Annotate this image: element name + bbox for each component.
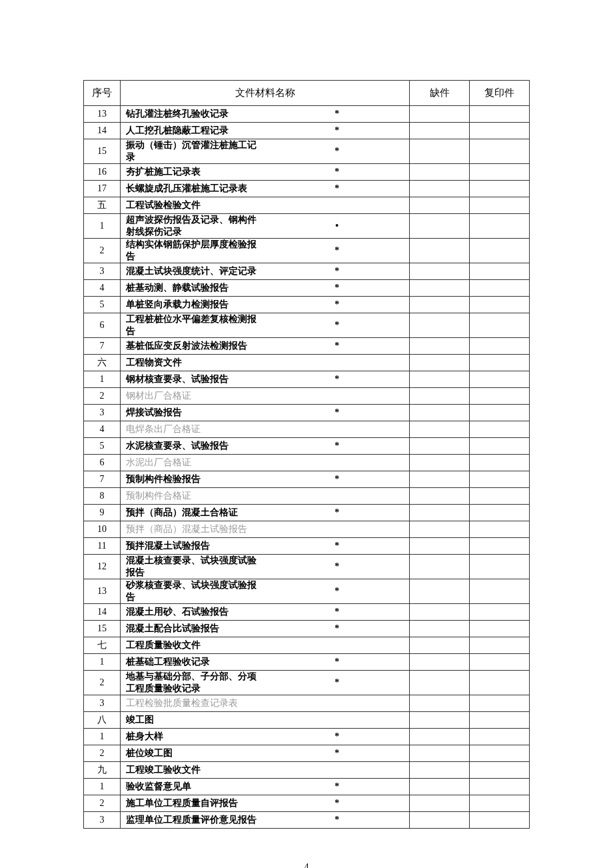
cell-name: 工程试验检验文件 (121, 197, 265, 214)
cell-copy (470, 181, 530, 197)
cell-mark (265, 455, 410, 471)
table-row: 17长螺旋成孔压灌桩施工记录表* (84, 181, 530, 197)
cell-seq: 1 (84, 729, 121, 745)
cell-copy (470, 505, 530, 521)
table-row: 8预制构件合格证 (84, 488, 530, 505)
cell-missing (410, 604, 470, 621)
cell-name: 桩基础工程验收记录 (121, 654, 265, 671)
cell-copy (470, 263, 530, 280)
table-row: 2施工单位工程质量自评报告* (84, 795, 530, 812)
cell-name: 长螺旋成孔压灌桩施工记录表 (121, 181, 265, 197)
cell-missing (410, 471, 470, 488)
cell-mark: * (265, 297, 410, 313)
cell-seq: 6 (84, 313, 121, 338)
cell-mark: * (265, 745, 410, 762)
cell-mark: * (265, 280, 410, 297)
cell-seq: 6 (84, 455, 121, 471)
cell-seq: 1 (84, 214, 121, 239)
cell-mark: * (265, 405, 410, 421)
cell-missing (410, 795, 470, 812)
table-row: 13砂浆核查要录、试块强度试验报告* (84, 579, 530, 604)
table-body: 13钻孔灌注桩终孔验收记录*14人工挖孔桩隐蔽工程记录*15振动（锤击）沉管灌注… (84, 106, 530, 829)
table-row: 4桩基动测、静载试验报告* (84, 280, 530, 297)
cell-missing (410, 280, 470, 297)
cell-missing (410, 421, 470, 438)
cell-seq: 七 (84, 637, 121, 654)
cell-seq: 2 (84, 795, 121, 812)
cell-seq: 14 (84, 604, 121, 621)
table-row: 1桩基础工程验收记录* (84, 654, 530, 671)
cell-mark (265, 762, 410, 779)
cell-missing (410, 197, 470, 214)
cell-name: 工程竣工验收文件 (121, 762, 265, 779)
cell-seq: 2 (84, 745, 121, 762)
cell-mark: * (265, 604, 410, 621)
cell-seq: 11 (84, 538, 121, 555)
header-seq: 序号 (84, 81, 121, 106)
cell-mark: * (265, 106, 410, 123)
cell-seq: 15 (84, 139, 121, 164)
table-row: 5水泥核查要录、试验报告* (84, 438, 530, 455)
cell-mark: * (265, 671, 410, 695)
document-page: 序号 文件材料名称 缺件 复印件 13钻孔灌注桩终孔验收记录*14人工挖孔桩隐蔽… (0, 0, 613, 868)
cell-missing (410, 695, 470, 712)
cell-copy (470, 745, 530, 762)
cell-missing (410, 438, 470, 455)
cell-seq: 14 (84, 123, 121, 139)
cell-missing (410, 521, 470, 538)
cell-copy (470, 471, 530, 488)
cell-mark (265, 355, 410, 371)
cell-name: 预拌（商品）混凝土试验报告 (121, 521, 265, 538)
cell-mark: * (265, 438, 410, 455)
cell-missing (410, 239, 470, 263)
cell-name: 工程检验批质量检查记录表 (121, 695, 265, 712)
cell-seq: 8 (84, 488, 121, 505)
table-row: 六工程物资文件 (84, 355, 530, 371)
cell-name: 预拌（商品）混凝土合格证 (121, 505, 265, 521)
cell-seq: 九 (84, 762, 121, 779)
table-row: 14混凝土用砂、石试验报告* (84, 604, 530, 621)
cell-missing (410, 313, 470, 338)
cell-mark: * (265, 139, 410, 164)
cell-seq: 1 (84, 371, 121, 388)
cell-mark: * (265, 729, 410, 745)
cell-missing (410, 181, 470, 197)
cell-copy (470, 438, 530, 455)
cell-seq: 3 (84, 263, 121, 280)
cell-copy (470, 779, 530, 795)
cell-seq: 5 (84, 297, 121, 313)
cell-missing (410, 555, 470, 579)
table-row: 11预拌混凝土试验报告* (84, 538, 530, 555)
table-row: 2桩位竣工图* (84, 745, 530, 762)
table-row: 3工程检验批质量检查记录表 (84, 695, 530, 712)
cell-copy (470, 695, 530, 712)
cell-missing (410, 263, 470, 280)
cell-missing (410, 355, 470, 371)
cell-copy (470, 712, 530, 729)
cell-mark (265, 197, 410, 214)
cell-name: 工程质量验收文件 (121, 637, 265, 654)
cell-seq: 9 (84, 505, 121, 521)
table-row: 3混凝土试块强度统计、评定记录* (84, 263, 530, 280)
cell-missing (410, 729, 470, 745)
cell-copy (470, 604, 530, 621)
table-row: 14人工挖孔桩隐蔽工程记录* (84, 123, 530, 139)
cell-name: 单桩竖向承载力检测报告 (121, 297, 265, 313)
cell-copy (470, 455, 530, 471)
cell-seq: 2 (84, 671, 121, 695)
cell-name: 水泥核查要录、试验报告 (121, 438, 265, 455)
cell-missing (410, 538, 470, 555)
cell-copy (470, 762, 530, 779)
table-row: 6水泥出厂合格证 (84, 455, 530, 471)
cell-mark: * (265, 795, 410, 812)
cell-seq: 16 (84, 164, 121, 181)
cell-seq: 7 (84, 338, 121, 355)
cell-mark: * (265, 538, 410, 555)
cell-name: 混凝土核查要录、试块强度试验报告 (121, 555, 265, 579)
cell-seq: 10 (84, 521, 121, 538)
cell-name: 预拌混凝土试验报告 (121, 538, 265, 555)
cell-copy (470, 488, 530, 505)
cell-seq: 八 (84, 712, 121, 729)
table-row: 八竣工图 (84, 712, 530, 729)
cell-mark: • (265, 214, 410, 239)
